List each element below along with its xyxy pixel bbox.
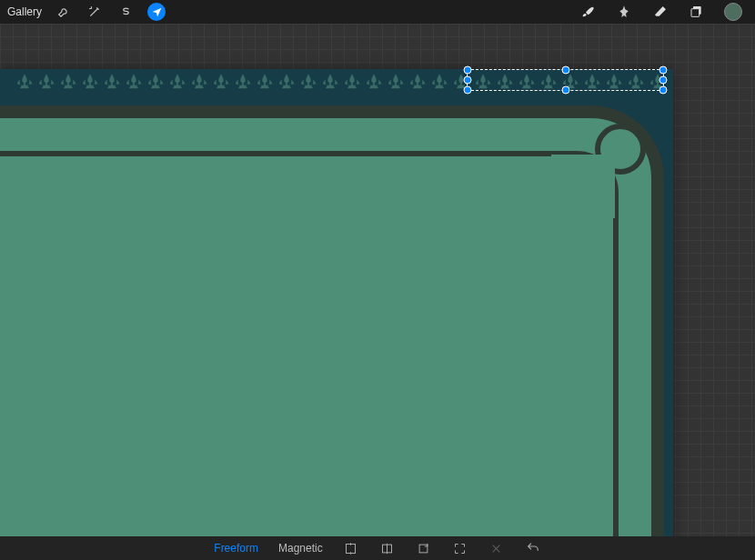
fleur-de-lis-icon	[322, 73, 338, 93]
top-toolbar: Gallery	[0, 0, 755, 24]
fleur-de-lis-icon	[257, 73, 273, 93]
mode-magnetic[interactable]: Magnetic	[278, 542, 323, 555]
fleur-de-lis-icon	[60, 73, 76, 93]
brush-icon[interactable]	[579, 3, 597, 21]
wrench-icon[interactable]	[55, 3, 73, 21]
smudge-icon[interactable]	[615, 3, 633, 21]
handle-bc[interactable]	[561, 86, 569, 95]
artboard[interactable]	[0, 69, 673, 536]
fleur-de-lis-icon	[104, 73, 120, 93]
fleur-de-lis-icon	[235, 73, 251, 93]
layers-icon[interactable]	[688, 3, 706, 21]
transform-arrow-icon[interactable]	[147, 3, 166, 21]
handle-ml[interactable]	[464, 76, 472, 85]
handle-bl[interactable]	[464, 86, 472, 95]
wand-icon[interactable]	[86, 3, 104, 21]
flip-horizontal-icon[interactable]	[379, 540, 396, 556]
undo-icon[interactable]	[525, 540, 541, 556]
fleur-de-lis-icon	[16, 73, 33, 93]
mode-freeform[interactable]: Freeform	[214, 542, 258, 555]
handle-tc[interactable]	[561, 66, 569, 75]
close-icon[interactable]	[488, 540, 505, 556]
panel-inner-border	[0, 151, 619, 536]
svg-rect-4	[419, 545, 428, 553]
eraser-icon[interactable]	[651, 3, 669, 21]
canvas-workspace[interactable]	[0, 24, 755, 536]
fleur-de-lis-icon	[431, 73, 448, 93]
handle-mr[interactable]	[659, 76, 668, 85]
fleur-de-lis-icon	[126, 73, 142, 93]
handle-tr[interactable]	[659, 66, 668, 75]
transform-bottom-bar: Freeform Magnetic	[0, 536, 755, 560]
color-well[interactable]	[724, 3, 742, 21]
panel-shape[interactable]	[0, 105, 664, 536]
snap-icon[interactable]	[343, 540, 359, 556]
fleur-de-lis-icon	[344, 73, 360, 93]
fleur-de-lis-icon	[38, 73, 55, 93]
svg-rect-1	[691, 9, 700, 17]
fleur-de-lis-icon	[147, 73, 164, 93]
fleur-de-lis-icon	[409, 73, 426, 93]
fleur-de-lis-icon	[300, 73, 317, 93]
svg-rect-2	[347, 544, 356, 553]
fleur-de-lis-icon	[366, 73, 382, 93]
fleur-de-lis-icon	[213, 73, 229, 93]
fit-screen-icon[interactable]	[452, 540, 468, 556]
fleur-de-lis-icon	[278, 73, 295, 93]
selection-s-icon[interactable]	[116, 3, 135, 21]
handle-br[interactable]	[659, 86, 668, 95]
transform-selection[interactable]	[467, 69, 664, 91]
gallery-button[interactable]: Gallery	[7, 5, 42, 18]
fleur-de-lis-icon	[388, 73, 404, 93]
fleur-de-lis-icon	[82, 73, 98, 93]
handle-tl[interactable]	[464, 66, 472, 75]
fleur-de-lis-icon	[169, 73, 186, 93]
fleur-de-lis-icon	[191, 73, 207, 93]
rotate-icon[interactable]	[416, 540, 432, 556]
